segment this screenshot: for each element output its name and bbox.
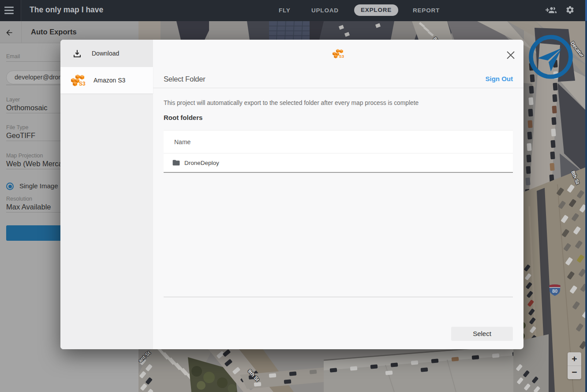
svg-text:S3: S3 <box>339 54 344 59</box>
svg-text:S3: S3 <box>79 81 86 86</box>
svg-text:80: 80 <box>552 288 557 294</box>
